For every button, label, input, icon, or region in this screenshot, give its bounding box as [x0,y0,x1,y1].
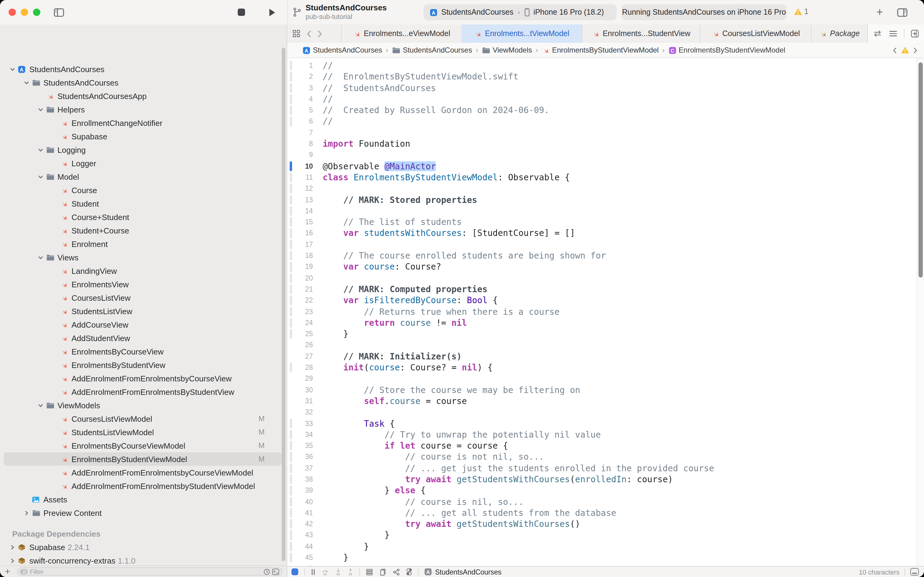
prev-issue-icon[interactable] [892,47,897,53]
view-hierarchy-icon[interactable] [365,568,373,575]
tree-row[interactable]: Course [0,184,287,197]
breadcrumb-item[interactable]: StudentsAndCourses [392,46,472,55]
tree-row[interactable]: Logging [0,143,287,156]
minimize-window-button[interactable] [21,8,28,16]
stop-button[interactable] [237,0,246,24]
code-line[interactable]: 19 var course: Course? [287,261,924,272]
code-line[interactable]: 39 } else { [287,485,924,496]
zoom-window-button[interactable] [33,8,40,16]
tree-row[interactable]: Enrolment [0,237,287,251]
tree-row[interactable]: CoursesListViewModelM [0,412,287,425]
source-control-filter-icon[interactable] [272,568,279,575]
breadcrumb-item[interactable]: EnrolmentsByStudentViewModel [542,46,659,55]
tab-enrolments-tviewmodel[interactable]: Enrolments...tViewModel [461,24,582,43]
run-button[interactable] [268,0,276,24]
tree-row[interactable]: StudentsAndCourses [0,76,287,89]
swap-editor-icon[interactable] [872,30,882,37]
code-line[interactable]: 45 } [287,552,924,563]
tree-row[interactable]: EnrollmentChangeNotifier [0,116,287,130]
tree-row[interactable]: Logger [0,156,287,170]
code-line[interactable]: 32 [287,406,924,418]
toggle-left-sidebar-icon[interactable] [54,0,64,24]
tree-row[interactable]: EnrolmentsByStudentView [0,358,287,372]
tree-row[interactable]: AddEnrolmentFromEnrolmentsbyStudentViewM… [0,479,287,493]
code-line[interactable]: 17 [287,239,924,250]
disclosure-closed-icon[interactable] [23,510,31,516]
tree-row[interactable]: AddCourseView [0,318,287,331]
tree-row[interactable]: LandingView [0,264,287,277]
scheme-app-label[interactable]: StudentsAndCourses [441,8,514,16]
tree-row[interactable]: StudentsListViewModelM [0,425,287,439]
tab-enrolments-eviewmodel[interactable]: Enrolments...eViewModel [341,24,461,43]
forward-icon[interactable] [317,30,323,38]
code-line[interactable]: 36 // course is not nil, so... [287,451,924,463]
tree-row[interactable]: AStudentsAndCourses [0,62,287,76]
tree-row[interactable]: Course+Student [0,210,287,224]
disclosure-open-icon[interactable] [37,403,45,408]
code-line[interactable]: 8import Foundation [287,138,924,150]
editor-scrollbar[interactable] [919,62,923,277]
tree-row[interactable]: Assets [0,493,287,506]
code-line[interactable]: 9 [287,150,924,161]
code-line[interactable]: 28 init(course: Course? = nil) { [287,362,924,373]
tree-row[interactable]: CoursesListView [0,291,287,305]
tree-row[interactable]: StudentsListView [0,305,287,318]
code-line[interactable]: 31 self.course = course [287,395,924,407]
disclosure-open-icon[interactable] [37,255,45,260]
code-line[interactable]: 40 // course is nil, so... [287,496,924,507]
disclosure-open-icon[interactable] [37,174,45,179]
toggle-debug-area-icon[interactable] [910,568,919,576]
editor-options-icon[interactable] [889,30,898,37]
tree-row[interactable]: EnrolmentsView [0,277,287,291]
code-line[interactable]: 15 // The list of students [287,216,924,228]
disclosure-closed-icon[interactable] [8,544,16,550]
code-line[interactable]: 38 try await getStudentsWithCourses(enro… [287,474,924,485]
tree-row[interactable]: AddEnrolmentFromEnrolmentsbyCourseViewMo… [0,466,287,479]
disclosure-closed-icon[interactable] [8,558,16,563]
code-line[interactable]: 46 [287,563,924,566]
tab-enrolments-studentview[interactable]: Enrolments...StudentView [582,24,700,43]
breadcrumb-item[interactable]: AStudentsAndCourses [303,46,382,55]
tree-row[interactable]: AddEnrolmentFromEnrolmentsByStudentView [0,385,287,398]
step-out-icon[interactable] [347,568,354,576]
tree-row[interactable]: EnrolmentsByStudentViewModelM [0,452,287,466]
tree-row[interactable]: Supabase [0,130,287,143]
code-line[interactable]: 6// [287,116,924,127]
network-debug-icon[interactable] [392,568,400,575]
code-line[interactable]: 34 // Try to unwrap the potentially nil … [287,429,924,440]
memory-graph-icon[interactable] [379,568,387,576]
code-line[interactable]: 44 } [287,541,924,552]
code-line[interactable]: 25 } [287,328,924,340]
step-over-icon[interactable] [322,568,329,575]
tree-row[interactable]: EnrolmentsByCourseView [0,345,287,358]
add-button[interactable]: + [876,0,883,24]
close-window-button[interactable] [8,8,16,16]
package-row[interactable]: Supabase2.24.1 [0,540,287,554]
sidebar-scrollbar[interactable] [282,48,285,561]
code-line[interactable]: 11class EnrolmentsByStudentViewModel: Ob… [287,172,924,183]
tab-package[interactable]: Package [811,24,867,43]
add-file-button[interactable]: + [5,566,10,576]
code-line[interactable]: 2// EnrolmentsByStudentViewModel.swift [287,71,924,82]
code-line[interactable]: 21 // MARK: Computed properties [287,284,924,295]
code-line[interactable]: 22 var isFilteredByCourse: Bool { [287,295,924,306]
disclosure-open-icon[interactable] [37,106,45,112]
tree-row[interactable]: ViewModels [0,398,287,412]
code-line[interactable]: 29 [287,373,924,384]
environment-overrides-icon[interactable] [406,568,412,576]
running-process[interactable]: A StudentsAndCourses [424,568,501,576]
add-editor-icon[interactable] [911,29,919,38]
tree-row[interactable]: EnrolmentsByCourseViewModelM [0,439,287,452]
code-line[interactable]: 5// Created by Russell Gordon on 2024-06… [287,105,924,116]
toggle-right-sidebar-icon[interactable] [897,0,908,24]
related-items-icon[interactable] [292,29,301,38]
disclosure-open-icon[interactable] [8,66,16,72]
back-icon[interactable] [306,30,312,38]
code-line[interactable]: 1// [287,60,924,71]
package-row[interactable]: swift-concurrency-extras1.1.0 [0,554,287,566]
code-line[interactable]: 24 return course != nil [287,317,924,329]
tab-courseslistviewmodel[interactable]: CoursesListViewModel [700,24,811,43]
disclosure-open-icon[interactable] [37,147,45,153]
pause-icon[interactable] [311,568,316,575]
code-line[interactable]: 12 [287,183,924,194]
